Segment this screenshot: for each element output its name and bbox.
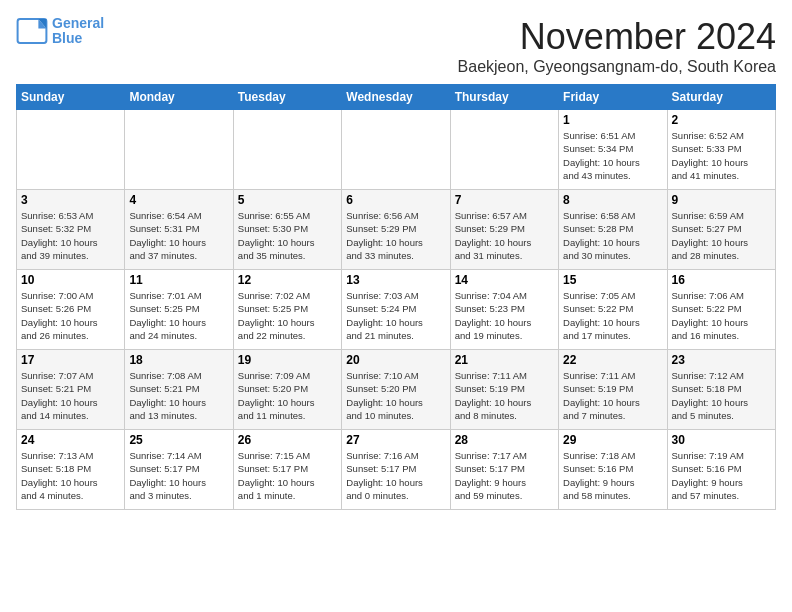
calendar-title: November 2024 (458, 16, 776, 58)
day-number: 10 (21, 273, 120, 287)
header-cell-wednesday: Wednesday (342, 85, 450, 110)
day-cell: 25Sunrise: 7:14 AM Sunset: 5:17 PM Dayli… (125, 430, 233, 510)
day-cell: 30Sunrise: 7:19 AM Sunset: 5:16 PM Dayli… (667, 430, 775, 510)
day-cell: 20Sunrise: 7:10 AM Sunset: 5:20 PM Dayli… (342, 350, 450, 430)
header-cell-saturday: Saturday (667, 85, 775, 110)
day-number: 11 (129, 273, 228, 287)
title-section: November 2024 Baekjeon, Gyeongsangnam-do… (458, 16, 776, 76)
day-info: Sunrise: 6:52 AM Sunset: 5:33 PM Dayligh… (672, 129, 771, 182)
day-cell (17, 110, 125, 190)
day-cell: 5Sunrise: 6:55 AM Sunset: 5:30 PM Daylig… (233, 190, 341, 270)
day-info: Sunrise: 6:59 AM Sunset: 5:27 PM Dayligh… (672, 209, 771, 262)
day-number: 4 (129, 193, 228, 207)
day-info: Sunrise: 7:17 AM Sunset: 5:17 PM Dayligh… (455, 449, 554, 502)
day-cell (125, 110, 233, 190)
day-info: Sunrise: 6:55 AM Sunset: 5:30 PM Dayligh… (238, 209, 337, 262)
header-row: SundayMondayTuesdayWednesdayThursdayFrid… (17, 85, 776, 110)
day-number: 19 (238, 353, 337, 367)
day-info: Sunrise: 7:04 AM Sunset: 5:23 PM Dayligh… (455, 289, 554, 342)
logo: General Blue (16, 16, 104, 47)
header-cell-friday: Friday (559, 85, 667, 110)
day-cell: 26Sunrise: 7:15 AM Sunset: 5:17 PM Dayli… (233, 430, 341, 510)
day-number: 25 (129, 433, 228, 447)
day-info: Sunrise: 6:56 AM Sunset: 5:29 PM Dayligh… (346, 209, 445, 262)
day-info: Sunrise: 7:02 AM Sunset: 5:25 PM Dayligh… (238, 289, 337, 342)
day-cell: 28Sunrise: 7:17 AM Sunset: 5:17 PM Dayli… (450, 430, 558, 510)
day-number: 27 (346, 433, 445, 447)
day-cell (342, 110, 450, 190)
week-row-2: 3Sunrise: 6:53 AM Sunset: 5:32 PM Daylig… (17, 190, 776, 270)
day-cell: 18Sunrise: 7:08 AM Sunset: 5:21 PM Dayli… (125, 350, 233, 430)
day-info: Sunrise: 7:00 AM Sunset: 5:26 PM Dayligh… (21, 289, 120, 342)
day-cell: 7Sunrise: 6:57 AM Sunset: 5:29 PM Daylig… (450, 190, 558, 270)
logo-icon (16, 17, 48, 45)
day-info: Sunrise: 7:13 AM Sunset: 5:18 PM Dayligh… (21, 449, 120, 502)
header-cell-monday: Monday (125, 85, 233, 110)
day-cell: 27Sunrise: 7:16 AM Sunset: 5:17 PM Dayli… (342, 430, 450, 510)
day-cell: 10Sunrise: 7:00 AM Sunset: 5:26 PM Dayli… (17, 270, 125, 350)
day-info: Sunrise: 7:01 AM Sunset: 5:25 PM Dayligh… (129, 289, 228, 342)
week-row-1: 1Sunrise: 6:51 AM Sunset: 5:34 PM Daylig… (17, 110, 776, 190)
day-info: Sunrise: 7:14 AM Sunset: 5:17 PM Dayligh… (129, 449, 228, 502)
day-info: Sunrise: 6:58 AM Sunset: 5:28 PM Dayligh… (563, 209, 662, 262)
day-cell: 9Sunrise: 6:59 AM Sunset: 5:27 PM Daylig… (667, 190, 775, 270)
day-number: 6 (346, 193, 445, 207)
day-info: Sunrise: 7:16 AM Sunset: 5:17 PM Dayligh… (346, 449, 445, 502)
day-info: Sunrise: 6:54 AM Sunset: 5:31 PM Dayligh… (129, 209, 228, 262)
day-number: 5 (238, 193, 337, 207)
day-number: 24 (21, 433, 120, 447)
day-cell: 14Sunrise: 7:04 AM Sunset: 5:23 PM Dayli… (450, 270, 558, 350)
day-number: 17 (21, 353, 120, 367)
day-number: 30 (672, 433, 771, 447)
day-info: Sunrise: 7:07 AM Sunset: 5:21 PM Dayligh… (21, 369, 120, 422)
day-info: Sunrise: 7:08 AM Sunset: 5:21 PM Dayligh… (129, 369, 228, 422)
page-container: General Blue November 2024 Baekjeon, Gye… (16, 16, 776, 510)
logo-text: General Blue (52, 16, 104, 47)
day-info: Sunrise: 7:06 AM Sunset: 5:22 PM Dayligh… (672, 289, 771, 342)
header-cell-tuesday: Tuesday (233, 85, 341, 110)
day-number: 21 (455, 353, 554, 367)
day-number: 1 (563, 113, 662, 127)
day-cell: 21Sunrise: 7:11 AM Sunset: 5:19 PM Dayli… (450, 350, 558, 430)
day-info: Sunrise: 7:10 AM Sunset: 5:20 PM Dayligh… (346, 369, 445, 422)
day-info: Sunrise: 7:12 AM Sunset: 5:18 PM Dayligh… (672, 369, 771, 422)
day-number: 29 (563, 433, 662, 447)
day-number: 18 (129, 353, 228, 367)
day-number: 13 (346, 273, 445, 287)
day-info: Sunrise: 6:57 AM Sunset: 5:29 PM Dayligh… (455, 209, 554, 262)
calendar-table: SundayMondayTuesdayWednesdayThursdayFrid… (16, 84, 776, 510)
day-cell: 11Sunrise: 7:01 AM Sunset: 5:25 PM Dayli… (125, 270, 233, 350)
day-info: Sunrise: 6:53 AM Sunset: 5:32 PM Dayligh… (21, 209, 120, 262)
day-info: Sunrise: 7:11 AM Sunset: 5:19 PM Dayligh… (455, 369, 554, 422)
day-cell: 23Sunrise: 7:12 AM Sunset: 5:18 PM Dayli… (667, 350, 775, 430)
day-info: Sunrise: 7:05 AM Sunset: 5:22 PM Dayligh… (563, 289, 662, 342)
day-cell: 12Sunrise: 7:02 AM Sunset: 5:25 PM Dayli… (233, 270, 341, 350)
day-number: 2 (672, 113, 771, 127)
day-number: 14 (455, 273, 554, 287)
day-cell (450, 110, 558, 190)
day-info: Sunrise: 7:19 AM Sunset: 5:16 PM Dayligh… (672, 449, 771, 502)
day-cell: 2Sunrise: 6:52 AM Sunset: 5:33 PM Daylig… (667, 110, 775, 190)
header-cell-thursday: Thursday (450, 85, 558, 110)
day-number: 8 (563, 193, 662, 207)
day-cell (233, 110, 341, 190)
day-cell: 4Sunrise: 6:54 AM Sunset: 5:31 PM Daylig… (125, 190, 233, 270)
day-number: 15 (563, 273, 662, 287)
week-row-3: 10Sunrise: 7:00 AM Sunset: 5:26 PM Dayli… (17, 270, 776, 350)
day-cell: 8Sunrise: 6:58 AM Sunset: 5:28 PM Daylig… (559, 190, 667, 270)
header-cell-sunday: Sunday (17, 85, 125, 110)
day-cell: 6Sunrise: 6:56 AM Sunset: 5:29 PM Daylig… (342, 190, 450, 270)
day-cell: 16Sunrise: 7:06 AM Sunset: 5:22 PM Dayli… (667, 270, 775, 350)
day-info: Sunrise: 6:51 AM Sunset: 5:34 PM Dayligh… (563, 129, 662, 182)
day-number: 7 (455, 193, 554, 207)
day-number: 9 (672, 193, 771, 207)
calendar-subtitle: Baekjeon, Gyeongsangnam-do, South Korea (458, 58, 776, 76)
day-cell: 13Sunrise: 7:03 AM Sunset: 5:24 PM Dayli… (342, 270, 450, 350)
day-number: 22 (563, 353, 662, 367)
day-number: 3 (21, 193, 120, 207)
day-cell: 19Sunrise: 7:09 AM Sunset: 5:20 PM Dayli… (233, 350, 341, 430)
day-cell: 29Sunrise: 7:18 AM Sunset: 5:16 PM Dayli… (559, 430, 667, 510)
day-number: 12 (238, 273, 337, 287)
day-number: 28 (455, 433, 554, 447)
day-number: 20 (346, 353, 445, 367)
